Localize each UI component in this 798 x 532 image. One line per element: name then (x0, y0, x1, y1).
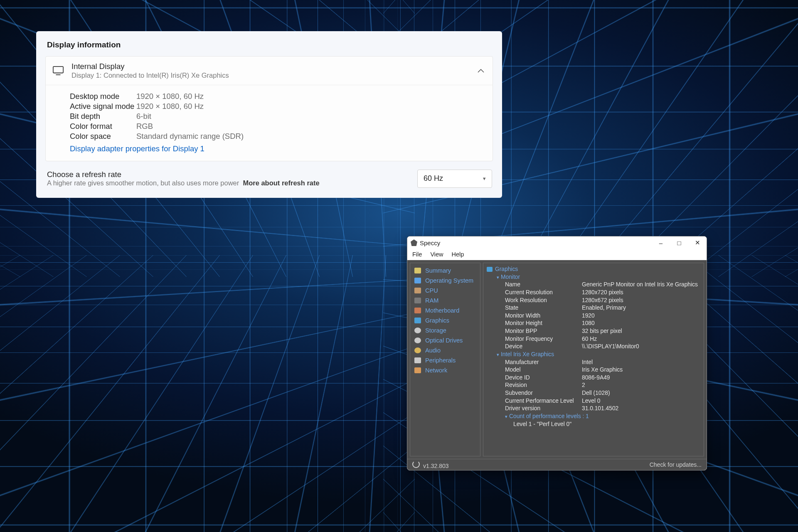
monitor-width: Monitor Width1920 (505, 312, 700, 320)
monitor-current-res: Current Resolution1280x720 pixels (505, 289, 700, 297)
speccy-icon (411, 239, 417, 246)
cpu-icon (414, 288, 421, 293)
storage-icon (414, 328, 421, 333)
speccy-content[interactable]: Graphics ▾Monitor NameGeneric PnP Monito… (483, 263, 704, 456)
network-icon (414, 367, 421, 373)
adapter-model: ModelIris Xe Graphics (505, 366, 700, 374)
display-subtitle: Display 1: Connected to Intel(R) Iris(R)… (71, 71, 470, 80)
prop-active-signal-mode: Active signal mode1920 × 1080, 60 Hz (70, 102, 484, 111)
chevron-up-icon[interactable] (478, 66, 484, 75)
display-title: Internal Display (71, 62, 470, 71)
sidebar-item-network[interactable]: Network (412, 365, 478, 375)
menu-file[interactable]: File (412, 251, 422, 258)
monitor-device: Device\\.\DISPLAY1\Monitor0 (505, 343, 700, 351)
prop-desktop-mode: Desktop mode1920 × 1080, 60 Hz (70, 92, 484, 101)
more-refresh-link[interactable]: More about refresh rate (243, 179, 319, 187)
prop-color-format: Color formatRGB (70, 122, 484, 131)
monitor-work-res: Work Resolution1280x672 pixels (505, 297, 700, 305)
sidebar-item-peripherals[interactable]: Peripherals (412, 355, 478, 365)
refresh-rate-subtitle: A higher rate gives smoother motion, but… (47, 179, 239, 187)
adapter-manufacturer: ManufacturerIntel (505, 359, 700, 367)
sidebar-item-cpu[interactable]: CPU (412, 286, 478, 296)
menu-view[interactable]: View (430, 251, 443, 258)
graphics-section[interactable]: Graphics (487, 266, 700, 273)
refresh-rate-title: Choose a refresh rate (47, 170, 417, 179)
summary-icon (414, 268, 421, 273)
adapter-revision: Revision2 (505, 382, 700, 389)
version-label: v1.32.803 (423, 463, 449, 469)
sidebar-item-motherboard[interactable]: Motherboard (412, 305, 478, 315)
os-icon (414, 278, 421, 283)
display-adapter-link[interactable]: Display adapter properties for Display 1 (70, 144, 484, 153)
adapter-perf-level: Current Performance LevelLevel 0 (505, 397, 700, 405)
audio-icon (414, 347, 421, 353)
refresh-rate-select[interactable]: 60 Hz ▾ (417, 170, 492, 188)
display-header[interactable]: Internal Display Display 1: Connected to… (46, 57, 493, 85)
speccy-sidebar: Summary Operating System CPU RAM Motherb… (410, 263, 480, 456)
adapter-driver-version: Driver version31.0.101.4502 (505, 405, 700, 413)
spinner-icon (412, 461, 420, 468)
minimize-button[interactable]: – (652, 236, 670, 249)
app-title: Speccy (420, 239, 652, 246)
adapter-subvendor: SubvendorDell (1028) (505, 389, 700, 397)
peripherals-icon (414, 357, 421, 363)
menubar: File View Help (407, 249, 707, 260)
display-info-card: Display information Internal Display Dis… (36, 31, 502, 198)
caret-down-icon: ▾ (497, 275, 499, 280)
menu-help[interactable]: Help (452, 251, 464, 258)
perf-level-entry: Level 1 - "Perf Level 0" (513, 421, 700, 429)
monitor-icon (52, 66, 64, 75)
titlebar[interactable]: Speccy – □ ✕ (407, 236, 707, 249)
monitor-name: NameGeneric PnP Monitor on Intel Iris Xe… (505, 281, 700, 289)
adapter-node[interactable]: ▾Intel Iris Xe Graphics (497, 351, 700, 359)
monitor-freq: Monitor Frequency60 Hz (505, 335, 700, 343)
svg-rect-0 (53, 66, 63, 73)
sidebar-item-optical[interactable]: Optical Drives (412, 335, 478, 345)
graphics-section-icon (487, 267, 493, 272)
section-title: Display information (47, 40, 493, 49)
monitor-bpp: Monitor BPP32 bits per pixel (505, 328, 700, 335)
speccy-window: Speccy – □ ✕ File View Help Summary Oper… (407, 236, 707, 470)
sidebar-item-audio[interactable]: Audio (412, 345, 478, 355)
refresh-rate-value: 60 Hz (424, 174, 443, 183)
chevron-down-icon: ▾ (483, 175, 486, 182)
display-properties: Desktop mode1920 × 1080, 60 Hz Active si… (46, 85, 493, 161)
sidebar-item-summary[interactable]: Summary (412, 266, 478, 276)
display-info-box: Internal Display Display 1: Connected to… (45, 56, 493, 161)
sidebar-item-storage[interactable]: Storage (412, 325, 478, 335)
maximize-button[interactable]: □ (670, 236, 688, 249)
prop-color-space: Color spaceStandard dynamic range (SDR) (70, 132, 484, 141)
sidebar-item-graphics[interactable]: Graphics (412, 315, 478, 325)
monitor-node[interactable]: ▾Monitor (497, 273, 700, 281)
sidebar-item-os[interactable]: Operating System (412, 276, 478, 286)
statusbar: v1.32.803 Check for updates... (407, 459, 707, 470)
adapter-device-id: Device ID8086-9A49 (505, 374, 700, 382)
caret-down-icon: ▾ (505, 414, 507, 419)
refresh-rate-row: Choose a refresh rate A higher rate give… (45, 170, 493, 188)
prop-bit-depth: Bit depth6-bit (70, 112, 484, 121)
close-button[interactable]: ✕ (688, 236, 707, 249)
graphics-icon (414, 318, 421, 323)
monitor-height: Monitor Height1080 (505, 320, 700, 328)
perf-count-node[interactable]: ▾Count of performance levels : 1 (505, 413, 700, 421)
caret-down-icon: ▾ (497, 352, 499, 357)
optical-icon (414, 337, 421, 343)
sidebar-item-ram[interactable]: RAM (412, 296, 478, 305)
check-updates-link[interactable]: Check for updates... (650, 461, 702, 468)
ram-icon (414, 298, 421, 303)
motherboard-icon (414, 308, 421, 313)
monitor-state: StateEnabled, Primary (505, 304, 700, 312)
